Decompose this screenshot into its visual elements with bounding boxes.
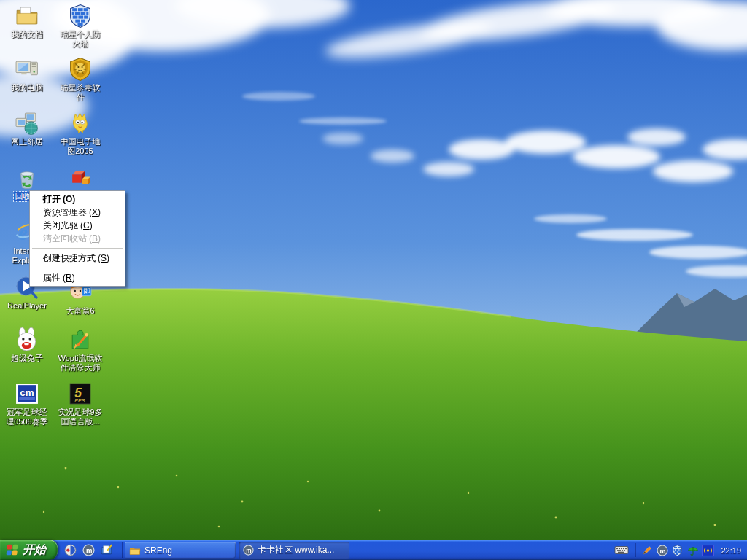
context-menu-item-empty-recycle-bin[interactable]: 清空回收站B [31,232,124,245]
folder-icon [129,545,141,556]
desktop-icon-pes9[interactable]: 5 PES 实况足球9多国语言版... [53,381,107,427]
my-computer-icon [15,57,39,82]
tray-rising-monitor-icon[interactable] [702,544,714,556]
icon-label: 我的电脑 [0,83,54,93]
windows-logo-icon [6,543,19,556]
pes9-icon: 5 PES [68,381,93,406]
china-emap-icon [68,111,93,136]
taskbar: 开始 m SREng [0,540,747,560]
tray-divider [635,543,635,557]
start-label: 开始 [23,542,46,558]
my-documents-icon [15,4,39,28]
tray-rising-firewall-icon[interactable] [671,544,684,556]
maxthon-quicklaunch-icon[interactable]: m [81,543,96,558]
wopti-icon [68,327,93,352]
rising-firewall-icon [68,4,93,28]
system-tray: m [638,540,747,560]
icon-label: 网上邻居 [0,137,54,147]
context-menu-item-create-shortcut[interactable]: 创建快捷方式S [31,252,124,265]
icon-label: 大富翁6 [53,306,107,316]
task-button-kaka-community[interactable]: m 卡卡社区 www.ika... [239,542,349,559]
svg-text:即: 即 [83,287,90,295]
desktop[interactable]: 我的文档 我的电脑 网上邻 [0,0,747,540]
network-places-icon [15,111,39,136]
desktop-icon-cm0506[interactable]: cm 冠军足球经理0506赛季 [0,381,54,427]
desktop-icon-red-cubes[interactable] [53,166,107,192]
taskbar-clock[interactable]: 22:19 [717,546,741,555]
icon-label: 中国电子地图2005 [53,137,107,156]
svg-text:m: m [85,546,92,554]
context-menu-item-open[interactable]: 打开O [31,192,124,206]
desktop-icon-rising-firewall[interactable]: 瑞星个人防火墙 [53,4,107,49]
tray-pen-input-icon[interactable] [640,544,653,556]
desktop-icon-wopti[interactable]: Wopti流氓软件清除大师 [53,327,107,373]
menu-separator [32,248,123,249]
svg-text:e: e [18,221,28,244]
menu-separator [32,268,123,268]
context-menu-item-properties[interactable]: 属性R [31,271,124,284]
rising-antivirus-icon [68,57,93,82]
desktop-icon-my-computer[interactable]: 我的电脑 [0,57,54,93]
desktop-icon-super-rabbit[interactable]: 超级兔子 [0,327,54,363]
start-button[interactable]: 开始 [0,540,58,560]
red-cubes-icon [68,166,93,190]
tray-rising-umbrella-icon[interactable] [686,544,699,556]
icon-label: 瑞星杀毒软件 [53,83,107,102]
icon-label: Wopti流氓软件清除大师 [53,354,107,373]
svg-text:m: m [660,547,666,554]
desktop-icon-my-documents[interactable]: 我的文档 [0,4,54,39]
context-menu-item-close-cdrom[interactable]: 关闭光驱C [31,219,124,232]
show-desktop-icon[interactable] [99,543,114,558]
desktop-icon-rising-antivirus[interactable]: 瑞星杀毒软件 [53,57,107,102]
icon-label: 我的文档 [0,30,54,39]
icon-label: 超级兔子 [0,354,54,363]
tray-maxthon-icon[interactable]: m [656,544,668,556]
quick-launch-bar: m [58,540,119,560]
taskbar-empty-space [351,540,611,560]
svg-text:cm: cm [20,387,34,398]
desktop-icon-china-emap[interactable]: 中国电子地图2005 [53,111,107,156]
recycle-bin-context-menu: 打开O 资源管理器X 关闭光驱C 清空回收站B 创建快捷方式S 属性R [29,190,125,287]
taskbar-divider [120,542,123,558]
svg-text:PES: PES [74,397,85,404]
cm0506-icon: cm [15,381,39,406]
super-rabbit-icon [15,327,39,352]
icon-label: RealPlayer [0,301,54,311]
svg-text:m: m [246,547,252,554]
task-button-sreng[interactable]: SREng [125,542,236,559]
media-player-quicklaunch-icon[interactable] [63,543,77,558]
desktop-icon-network-places[interactable]: 网上邻居 [0,111,54,147]
maxthon-icon: m [243,545,254,556]
icon-label: 冠军足球经理0506赛季 [0,408,54,427]
recycle-bin-icon [15,166,39,190]
task-button-label: 卡卡社区 www.ika... [258,544,334,556]
task-button-label: SREng [144,545,172,556]
icon-label: 瑞星个人防火墙 [53,30,107,49]
icon-label: 实况足球9多国语言版... [53,408,107,427]
context-menu-item-explorer[interactable]: 资源管理器X [31,206,124,219]
ime-keyboard-icon[interactable] [611,540,632,560]
